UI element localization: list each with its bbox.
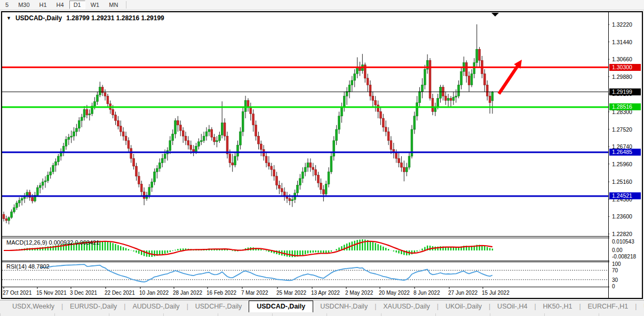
rsi-indicator-label: RSI(14) 48.7802 — [6, 263, 50, 270]
tab-usoil-h4[interactable]: USOil-,H4 — [637, 301, 644, 312]
candle — [47, 175, 49, 181]
candle — [491, 92, 494, 101]
candle — [136, 166, 138, 176]
timeframe-button-d1[interactable]: D1 — [69, 1, 85, 9]
timeframe-button-5[interactable]: 5 — [1, 1, 13, 9]
price-tick-label: 1.22820 — [612, 231, 632, 237]
candle — [281, 189, 283, 192]
date-label: 20 May 2022 — [379, 290, 410, 296]
tab-eurchf-h1[interactable]: EURCHF-,H1 — [581, 301, 635, 312]
candle-wicks — [4, 25, 492, 224]
candle — [390, 141, 392, 150]
tab-eurusd-daily[interactable]: EURUSD-,Daily — [63, 301, 124, 312]
candle — [452, 97, 455, 100]
date-label: 2 May 2022 — [345, 290, 373, 296]
tab-hk50-h1[interactable]: HK50-,H1 — [536, 301, 579, 312]
candle — [385, 127, 387, 132]
rsi-axis-label: 0 — [612, 283, 615, 289]
date-label: 28 Jan 2022 — [173, 290, 202, 296]
candle — [422, 85, 424, 92]
candle — [16, 203, 18, 208]
candle — [44, 181, 46, 182]
timeframe-button-m30[interactable]: M30 — [14, 1, 34, 9]
candle — [158, 163, 161, 169]
tab-xauusd-daily[interactable]: XAUUSD-,Daily — [376, 301, 437, 312]
price-line-badge: 1.30300 — [609, 64, 641, 71]
candle — [387, 132, 389, 141]
candle — [268, 163, 270, 166]
candle — [177, 120, 179, 125]
chart-tab-bar: USDX,Weekly|EURUSD-,Daily|AUDUSD-,Daily|… — [0, 300, 644, 316]
timeframe-button-w1[interactable]: W1 — [86, 1, 104, 9]
candle — [13, 208, 15, 212]
candle — [252, 114, 255, 125]
candle — [419, 92, 421, 103]
candle — [133, 158, 135, 166]
candle — [375, 101, 377, 105]
candle — [224, 123, 226, 136]
date-label: 15 Jul 2022 — [482, 290, 510, 296]
candle — [307, 163, 309, 167]
candle — [406, 167, 408, 172]
candle — [320, 183, 322, 190]
price-chart-canvas[interactable] — [2, 12, 642, 298]
candle — [62, 146, 65, 152]
candle — [322, 190, 324, 194]
candle — [408, 156, 410, 167]
chart-dropdown-icon[interactable]: ▼ — [6, 15, 11, 21]
candle — [198, 142, 200, 146]
candle — [86, 109, 88, 115]
candle — [187, 141, 189, 145]
candle — [483, 74, 486, 85]
price-tick-label: 1.25960 — [612, 161, 632, 167]
timeframe-button-h1[interactable]: H1 — [35, 1, 51, 9]
candle — [301, 172, 304, 179]
candle — [398, 158, 400, 163]
candle — [11, 212, 13, 218]
candle — [437, 98, 439, 107]
candle — [97, 95, 99, 102]
tab-usdcnh-daily[interactable]: USDCNH-,Daily — [313, 301, 375, 312]
candle — [289, 199, 291, 201]
chart-symbol-label: USDCAD-,Daily — [15, 14, 62, 22]
candle — [169, 141, 171, 151]
timeframe-button-h4[interactable]: H4 — [52, 1, 68, 9]
tab-usoil-h4[interactable]: USOil-,H4 — [490, 301, 534, 312]
tab-ukoil-daily[interactable]: UKOil-,Daily — [439, 301, 489, 312]
candle — [458, 85, 460, 96]
date-label: 8 Jun 2022 — [414, 290, 440, 296]
candle — [18, 200, 20, 203]
candle — [297, 185, 299, 193]
date-label: 22 Dec 2021 — [105, 290, 135, 296]
candle — [211, 129, 213, 137]
candle — [432, 98, 434, 111]
candle — [471, 74, 473, 85]
candle — [221, 123, 223, 135]
date-label: 7 Mar 2022 — [241, 290, 268, 296]
candle — [99, 87, 101, 95]
timeframe-button-mn[interactable]: MN — [105, 1, 122, 9]
candle — [273, 169, 275, 176]
macd-axis-label: 0.00 — [612, 247, 622, 253]
candle — [354, 74, 356, 80]
candle — [182, 131, 184, 136]
tab-usdcad-daily[interactable]: USDCAD-,Daily — [249, 301, 313, 312]
candle — [315, 169, 317, 175]
candle — [343, 96, 345, 107]
candle — [444, 96, 447, 100]
tab-usdchf-daily[interactable]: USDCHF-,Daily — [188, 301, 249, 312]
date-label: 16 Feb 2022 — [206, 290, 236, 296]
candle — [380, 112, 382, 119]
candle — [148, 188, 150, 196]
candle — [68, 137, 70, 140]
candle — [338, 116, 340, 129]
tab-audusd-daily[interactable]: AUDUSD-,Daily — [125, 301, 186, 312]
tab-usdx-weekly[interactable]: USDX,Weekly — [5, 301, 61, 312]
candle — [440, 87, 442, 99]
candle — [200, 141, 202, 142]
chart-shift-marker-icon — [491, 13, 499, 17]
candle — [237, 145, 239, 156]
rsi-axis-label: 30 — [612, 277, 618, 283]
candle — [8, 217, 10, 221]
candle — [226, 136, 228, 154]
